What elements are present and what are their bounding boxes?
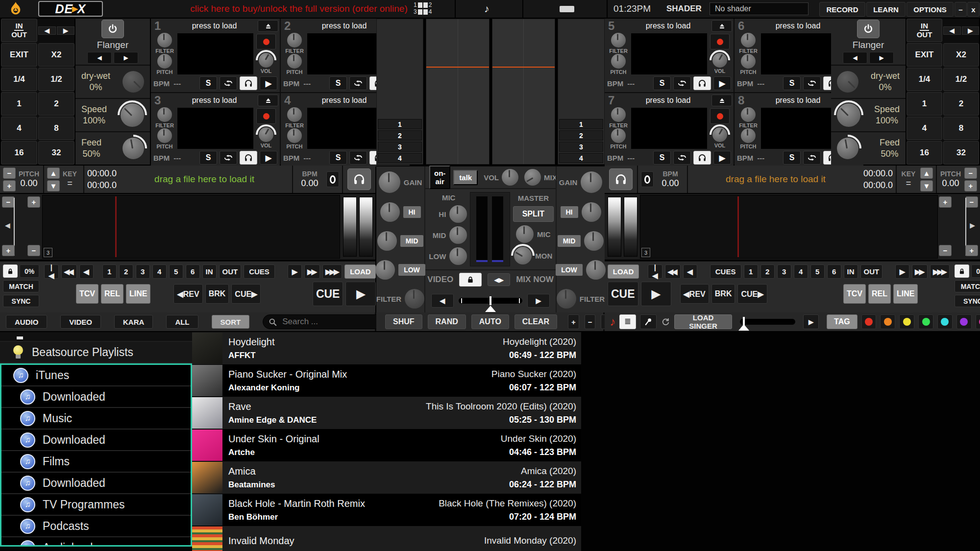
video-screen-button[interactable]: [560, 6, 574, 12]
learn-button[interactable]: LEARN: [866, 2, 906, 17]
cue-point-button[interactable]: 2: [378, 130, 422, 141]
loop-size-button[interactable]: 1/2: [943, 68, 979, 91]
loop-size-button[interactable]: 1: [1, 92, 37, 116]
headphones-button[interactable]: [609, 168, 633, 190]
sidebar-item-downloaded[interactable]: ♫Downloaded: [1, 430, 191, 451]
sample-filter-knob[interactable]: [741, 33, 756, 48]
talk-button[interactable]: talk: [453, 170, 478, 185]
sample-record-button[interactable]: [256, 34, 276, 49]
cue-point-button[interactable]: 3: [559, 142, 603, 152]
skip-start-button[interactable]: |◀: [44, 264, 59, 279]
pitch-minus-button[interactable]: −: [964, 168, 977, 179]
sidebar-item-music[interactable]: ♫Music: [1, 408, 191, 430]
cue-next-button[interactable]: CUE▶: [737, 284, 767, 304]
music-note-icon[interactable]: ♪: [610, 315, 615, 329]
sample-pitch-knob[interactable]: [157, 54, 172, 69]
loop-size-button[interactable]: 1/4: [1, 68, 37, 91]
effect-next-button[interactable]: ▶: [114, 52, 138, 64]
zoom-in-button[interactable]: +: [939, 196, 952, 208]
play-button[interactable]: ▶: [641, 282, 671, 306]
beat-waveform-left[interactable]: [426, 19, 490, 165]
tag-color-button[interactable]: [861, 314, 877, 329]
headphones-button[interactable]: [347, 168, 371, 190]
step-forward-button[interactable]: ▶: [288, 264, 302, 279]
key-up-button[interactable]: ▲: [920, 168, 933, 179]
sample-load-button[interactable]: press to load: [171, 22, 258, 30]
sample-monitor-button[interactable]: [240, 76, 257, 90]
cue-point-button[interactable]: 3: [378, 142, 422, 152]
sample-pitch-knob[interactable]: [287, 54, 302, 69]
sample-pitch-knob[interactable]: [611, 128, 626, 143]
pitch-plus-button[interactable]: +: [964, 180, 977, 192]
sample-solo-button[interactable]: S: [653, 76, 671, 90]
sample-load-button[interactable]: press to load: [171, 96, 258, 105]
sample-record-button[interactable]: [256, 108, 276, 124]
drop-zone-left[interactable]: drag a file here to load it: [120, 174, 289, 185]
loop-shift-right-button[interactable]: ▶: [57, 26, 74, 35]
tag-color-button[interactable]: [880, 314, 895, 329]
brake-button[interactable]: BRK: [711, 284, 735, 304]
sample-filter-knob[interactable]: [157, 33, 172, 48]
sample-eject-button[interactable]: [711, 20, 732, 32]
loop-shift-left-button[interactable]: ◀: [943, 26, 961, 35]
sidebar-item-tv-programmes[interactable]: ♫TV Programmes: [1, 494, 191, 516]
volume-plus-button[interactable]: +: [2, 245, 15, 256]
eq-low-knob[interactable]: [586, 260, 606, 280]
hotcue-3-button[interactable]: 3: [136, 264, 150, 279]
track-info-right[interactable]: drag a file here to load it 00:00.000:00…: [688, 166, 896, 193]
scan-forward-button[interactable]: ▶▶▶: [930, 264, 950, 279]
minimize-button[interactable]: –: [955, 2, 967, 17]
sample-pitch-knob[interactable]: [611, 54, 626, 69]
hotcue-5-button[interactable]: 5: [169, 264, 183, 279]
cue-point-button[interactable]: 2: [559, 130, 603, 141]
match-button[interactable]: MATCH: [3, 280, 39, 292]
monitor-knob[interactable]: [514, 247, 532, 264]
headphone-mix-knob[interactable]: [524, 169, 541, 186]
cue-button[interactable]: CUE: [313, 282, 343, 306]
hotcue-6-button[interactable]: 6: [186, 264, 200, 279]
loop-size-button[interactable]: 4: [1, 117, 37, 140]
effect-param-knob[interactable]: [122, 138, 144, 159]
gain-knob[interactable]: [379, 171, 400, 193]
step-forward-button[interactable]: ▶: [895, 264, 909, 279]
loop-size-button[interactable]: 32: [943, 141, 979, 165]
sample-monitor-button[interactable]: [693, 76, 711, 90]
sample-solo-button[interactable]: S: [329, 151, 347, 165]
loop-size-button[interactable]: 32: [38, 141, 74, 165]
key-down-button[interactable]: ▼: [920, 180, 933, 192]
hotcue-2-button[interactable]: 2: [760, 264, 775, 279]
sample-monitor-button[interactable]: [240, 151, 257, 165]
hotcue-2-button[interactable]: 2: [119, 264, 133, 279]
sample-solo-button[interactable]: S: [783, 76, 801, 90]
video-lock-button[interactable]: [459, 273, 482, 287]
seek-forward-button[interactable]: ▶▶: [912, 264, 928, 279]
sample-play-button[interactable]: ▶: [713, 76, 731, 90]
loop-size-button[interactable]: 16: [1, 141, 37, 165]
loop-shift-left-button[interactable]: ◀: [38, 26, 56, 35]
hotcue-4-button[interactable]: 4: [152, 264, 167, 279]
pitch-minus-button[interactable]: −: [3, 168, 16, 179]
playlist-shuf-button[interactable]: SHUF: [385, 314, 422, 329]
load-button[interactable]: LOAD: [608, 264, 639, 279]
reverse-button[interactable]: ◀REV: [173, 284, 202, 304]
sample-loop-button[interactable]: [220, 151, 237, 165]
cue-in-button[interactable]: IN: [844, 264, 858, 279]
tab-all[interactable]: ALL: [166, 315, 198, 329]
sample-load-button[interactable]: press to load: [301, 96, 388, 105]
effect-param-knob[interactable]: [121, 103, 144, 127]
load-singer-button[interactable]: LOAD SINGER: [674, 314, 732, 329]
sample-solo-button[interactable]: S: [199, 76, 217, 90]
playlist-clear-button[interactable]: CLEAR: [514, 314, 557, 329]
sample-filter-knob[interactable]: [741, 107, 756, 122]
sample-pitch-knob[interactable]: [741, 54, 756, 69]
play-button[interactable]: ▶: [345, 282, 376, 306]
video-transition-button[interactable]: ◀▶: [488, 273, 510, 286]
drop-zone-right[interactable]: drag a file here to load it: [691, 174, 860, 185]
track-row[interactable]: Black Hole - Martin Roth RemixBen Böhmer…: [192, 494, 581, 526]
sidebar-item-audiobooks[interactable]: ♫Audiobooks: [1, 537, 191, 547]
cue-point-button[interactable]: 1: [559, 119, 603, 129]
loop-size-button[interactable]: 2: [943, 92, 979, 116]
track-info-left[interactable]: 00:00.000:00.0 drag a file here to load …: [84, 166, 292, 193]
playlist-rand-button[interactable]: RAND: [428, 314, 466, 329]
sample-filter-knob[interactable]: [157, 107, 172, 122]
